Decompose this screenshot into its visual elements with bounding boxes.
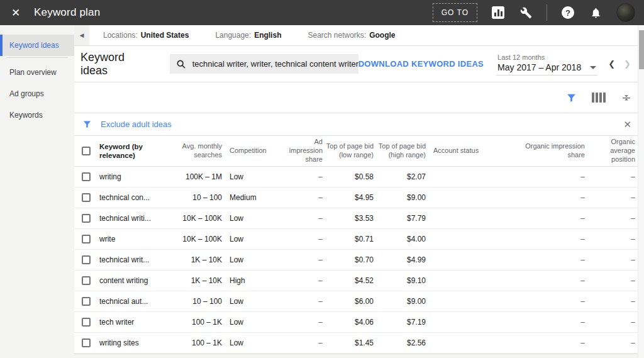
row-checkbox[interactable] (82, 172, 91, 181)
date-range-value: May 2017 – Apr 2018 (497, 62, 581, 72)
table-row[interactable]: technical con... 10 – 100 Medium – $4.95… (74, 187, 644, 208)
clear-filter-icon[interactable]: ✕ (621, 118, 634, 131)
exclude-adult-ideas-filter[interactable]: Exclude adult ideas (101, 120, 172, 129)
header-account-status[interactable]: Account status (426, 147, 511, 155)
organic-average-position-cell: – (585, 318, 635, 327)
organic-impression-share-cell: – (511, 193, 585, 202)
header-top-bid-high[interactable]: Top of page bid (high range) (374, 142, 426, 160)
section-heading: Keyword ideas (80, 51, 155, 77)
table-row[interactable]: writing sites 100 – 1K Low – $1.45 $2.56… (74, 333, 644, 354)
sidebar-item-plan-overview[interactable]: Plan overview (0, 62, 74, 83)
header-keyword[interactable]: Keyword (by relevance) (99, 142, 162, 160)
row-checkbox[interactable] (82, 214, 91, 223)
organic-average-position-cell: – (585, 193, 635, 202)
sidebar: Keyword ideas Plan overview Ad groups Ke… (0, 25, 74, 358)
close-icon[interactable]: ✕ (9, 6, 23, 20)
scrollbar-thumb[interactable] (639, 30, 644, 69)
table-row[interactable]: write 10K – 100K Low – $0.71 $4.00 – – (74, 229, 644, 250)
table-row[interactable]: content writing 1K – 10K High – $4.52 $9… (74, 271, 644, 291)
chevron-down-icon (590, 66, 596, 69)
row-checkbox-cell (74, 193, 99, 202)
columns-icon[interactable] (592, 91, 605, 104)
active-filters-row: Exclude adult ideas ✕ (74, 113, 644, 136)
sidebar-divider (6, 57, 68, 58)
setting-language[interactable]: Language: English (215, 31, 281, 40)
top-of-page-bid-high-cell: $9.00 (374, 297, 426, 306)
table-row[interactable]: tech writer 100 – 1K Low – $4.06 $7.19 –… (74, 312, 644, 333)
next-period-chevron[interactable]: ❯ (619, 59, 635, 69)
topbar: ✕ Keyword plan GO TO ? (0, 0, 644, 25)
setting-locations[interactable]: Locations: United States (103, 31, 189, 40)
organic-average-position-cell: – (585, 276, 635, 285)
user-avatar[interactable] (616, 3, 635, 22)
row-checkbox[interactable] (82, 338, 91, 347)
keyword-cell[interactable]: technical writi... (99, 214, 162, 223)
table-row[interactable]: writing 100K – 1M Low – $0.58 $2.07 – – (74, 167, 644, 187)
competition-cell: Low (222, 338, 282, 347)
main-content: ◀ Locations: United States Language: Eng… (74, 25, 644, 358)
keyword-cell[interactable]: technical aut... (99, 297, 162, 306)
prev-period-chevron[interactable]: ❮ (604, 59, 619, 69)
header-avg-monthly-searches[interactable]: Avg. monthly searches (162, 142, 222, 160)
row-checkbox[interactable] (82, 235, 91, 243)
date-range-picker[interactable]: Last 12 months May 2017 – Apr 2018 (496, 52, 597, 76)
organic-average-position-cell: – (585, 338, 635, 347)
header-organic-impression-share[interactable]: Organic impression share (511, 142, 585, 160)
sidebar-item-ad-groups[interactable]: Ad groups (0, 83, 74, 104)
competition-cell: Low (222, 235, 282, 243)
top-of-page-bid-low-cell: $6.00 (323, 297, 374, 306)
question-mark-icon: ? (562, 6, 574, 19)
organic-impression-share-cell: – (511, 255, 585, 264)
row-checkbox[interactable] (82, 276, 91, 285)
keyword-cell[interactable]: write (99, 235, 162, 243)
setting-search-networks[interactable]: Search networks: Google (308, 31, 395, 40)
table-header-row: Keyword (by relevance) Avg. monthly sear… (74, 136, 644, 167)
keyword-cell[interactable]: technical writ... (99, 255, 162, 264)
date-preset-label: Last 12 months (497, 53, 596, 61)
select-all-checkbox[interactable] (82, 147, 91, 155)
row-checkbox[interactable] (82, 255, 91, 264)
row-checkbox[interactable] (82, 193, 91, 202)
row-checkbox[interactable] (82, 318, 91, 327)
competition-cell: Low (222, 318, 282, 327)
top-of-page-bid-low-cell: $0.70 (323, 255, 374, 264)
notifications-bell-icon[interactable] (589, 6, 602, 20)
sidebar-item-keyword-ideas[interactable]: Keyword ideas (0, 35, 74, 56)
help-icon[interactable]: ? (561, 6, 575, 20)
organic-impression-share-cell: – (511, 172, 585, 181)
download-keyword-ideas-link[interactable]: DOWNLOAD KEYWORD IDEAS (358, 59, 484, 69)
expand-rows-icon[interactable] (620, 91, 633, 104)
organic-impression-share-cell: – (511, 235, 585, 243)
header-competition[interactable]: Competition (222, 147, 282, 155)
top-of-page-bid-low-cell: $4.06 (323, 318, 374, 327)
keyword-search-input[interactable]: technical writer, writer, technical cont… (170, 54, 358, 74)
filter-funnel-icon (82, 120, 92, 129)
language-value: English (254, 31, 281, 40)
top-of-page-bid-high-cell: $2.07 (374, 172, 426, 181)
keyword-cell[interactable]: content writing (99, 276, 162, 285)
row-checkbox-cell (74, 214, 99, 223)
ad-impression-share-cell: – (282, 318, 323, 327)
header-ad-impression-share[interactable]: Ad impression share (282, 138, 323, 164)
ad-impression-share-cell: – (282, 193, 323, 202)
collapse-panel-icon[interactable]: ◀ (74, 25, 89, 45)
header-top-bid-low[interactable]: Top of page bid (low range) (323, 142, 374, 160)
go-to-button[interactable]: GO TO (433, 3, 477, 22)
reports-chart-icon[interactable] (491, 6, 505, 20)
table-row[interactable]: technical aut... 10 – 100 Low – $6.00 $9… (74, 291, 644, 312)
filter-icon[interactable] (565, 91, 577, 104)
avg-monthly-searches-cell: 100K – 1M (162, 172, 222, 181)
organic-average-position-cell: – (585, 172, 635, 181)
sidebar-item-keywords[interactable]: Keywords (0, 104, 74, 126)
row-checkbox[interactable] (82, 297, 91, 306)
row-checkbox-cell (74, 255, 99, 264)
keyword-cell[interactable]: writing (99, 172, 162, 181)
keyword-cell[interactable]: writing sites (99, 338, 162, 347)
table-row[interactable]: technical writ... 1K – 10K Low – $0.70 $… (74, 250, 644, 271)
table-row[interactable]: technical writi... 10K – 100K Low – $3.5… (74, 208, 644, 229)
vertical-scrollbar[interactable] (638, 25, 644, 358)
keyword-cell[interactable]: technical con... (99, 193, 162, 202)
keyword-cell[interactable]: tech writer (99, 318, 162, 327)
tools-wrench-icon[interactable] (519, 6, 533, 20)
header-organic-average-position[interactable]: Organic average position (585, 138, 635, 164)
